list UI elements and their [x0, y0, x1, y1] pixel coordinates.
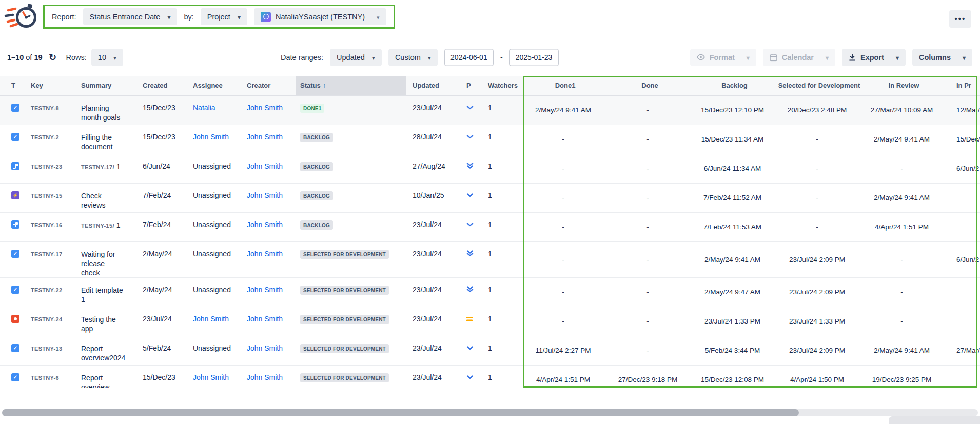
format-button[interactable]: Format: [690, 49, 756, 66]
creator-link[interactable]: John Smith: [247, 315, 283, 323]
more-menu-button[interactable]: [949, 10, 971, 28]
eye-icon: [697, 54, 705, 60]
in-progress-date: [946, 365, 980, 388]
priority-low-icon: [466, 346, 474, 351]
col-header-type[interactable]: T: [0, 76, 27, 95]
done-date: -: [607, 336, 692, 365]
status-badge: BACKLOG: [300, 191, 333, 200]
report-select[interactable]: Status Entrance Date: [83, 8, 178, 25]
priority-lowest-icon: [466, 286, 474, 292]
col-header-status[interactable]: Status: [296, 76, 406, 95]
in-review-date: 2/May/24 9:41 AM: [861, 336, 946, 365]
updated-date: 23/Jul/24: [406, 95, 460, 125]
created-date: 15/Dec/23: [140, 125, 191, 154]
done-date: -: [607, 95, 692, 125]
creator-link[interactable]: John Smith: [247, 133, 283, 141]
col-header-creator[interactable]: Creator: [245, 76, 296, 95]
col-header-updated[interactable]: Updated: [406, 76, 460, 95]
issue-key: TESTNY-13: [31, 346, 62, 352]
col-header-watchers[interactable]: Watchers: [482, 76, 523, 95]
col-header-key[interactable]: Key: [27, 76, 78, 95]
creator-link[interactable]: John Smith: [247, 104, 283, 112]
rows-per-page-select[interactable]: 10: [91, 49, 123, 66]
assignee-link[interactable]: John Smith: [193, 373, 229, 381]
chevron-down-icon: [167, 13, 170, 21]
refresh-icon[interactable]: [47, 52, 58, 63]
date-mode-select[interactable]: Custom: [388, 49, 438, 66]
creator-link[interactable]: John Smith: [247, 344, 283, 352]
table-row[interactable]: TESTNY-13 Report overview2024 5/Feb/24 U…: [0, 336, 980, 365]
priority-lowest-icon: [466, 163, 474, 169]
chevron-down-icon: [826, 53, 829, 62]
col-header-done[interactable]: Done: [607, 76, 692, 95]
date-to-input[interactable]: [509, 49, 559, 66]
columns-button[interactable]: Columns: [912, 49, 972, 66]
col-header-assignee[interactable]: Assignee: [191, 76, 245, 95]
chevron-down-icon: [963, 53, 966, 62]
horizontal-scrollbar-thumb[interactable]: [2, 409, 799, 416]
created-date: 15/Dec/23: [140, 365, 191, 388]
table-row[interactable]: TESTNY-23 TESTNY-17/1 6/Jun/24 Unassigne…: [0, 154, 980, 183]
created-date: 15/Dec/23: [140, 95, 191, 125]
assignee-link[interactable]: John Smith: [193, 315, 229, 323]
table-row[interactable]: TESTNY-15 Check reviews 7/Feb/24 Unassig…: [0, 183, 980, 212]
issue-summary: Filling the document: [81, 133, 112, 151]
selected-for-development-date: 23/Jul/24 1:33 PM: [777, 307, 861, 336]
assignee-link[interactable]: Natalia: [193, 104, 215, 112]
updated-date: 28/Jul/24: [406, 125, 460, 154]
toolbar: 1–10 of 19 Rows: 10 Date ranges: Updated…: [0, 38, 980, 76]
table-row[interactable]: TESTNY-22 Edit template 1 2/May/24 Unass…: [0, 277, 980, 307]
calendar-button[interactable]: Calendar: [763, 49, 835, 66]
col-header-priority[interactable]: P: [460, 76, 482, 95]
creator-link[interactable]: John Smith: [247, 220, 283, 229]
creator-link[interactable]: John Smith: [247, 373, 283, 381]
date-from-input[interactable]: [444, 49, 494, 66]
table-row[interactable]: TESTNY-8 Planning month goals 15/Dec/23 …: [0, 95, 980, 125]
col-header-created[interactable]: Created: [140, 76, 191, 95]
col-header-summary[interactable]: Summary: [78, 76, 140, 95]
done1-date: -: [523, 277, 607, 307]
created-date: 5/Feb/24: [140, 336, 191, 365]
assignee: Unassigned: [193, 191, 231, 199]
watchers-count: 1: [482, 95, 523, 125]
table-row[interactable]: TESTNY-16 TESTNY-15/1 7/Feb/24 Unassigne…: [0, 212, 980, 241]
creator-link[interactable]: John Smith: [247, 250, 283, 258]
selected-for-development-date: -: [777, 212, 861, 241]
app-logo: [4, 3, 40, 32]
table-row[interactable]: TESTNY-6 Report overview 15/Dec/23 John …: [0, 365, 980, 388]
col-header-in-progress[interactable]: In Pr: [946, 76, 980, 95]
project-select[interactable]: NataliaYSaasjet (TESTNY): [254, 8, 386, 25]
export-button[interactable]: Export: [842, 49, 906, 66]
assignee-link[interactable]: John Smith: [193, 133, 229, 141]
done1-date: -: [523, 307, 607, 336]
watchers-count: 1: [482, 365, 523, 388]
table-header-row: T Key Summary Created Assignee Creator S…: [0, 76, 980, 95]
date-field-select[interactable]: Updated: [330, 49, 382, 66]
selected-for-development-date: 23/Jul/24 2:09 PM: [777, 277, 861, 307]
creator-link[interactable]: John Smith: [247, 162, 283, 170]
in-progress-date: 27/Mar/2: [946, 336, 980, 365]
status-badge: SELECTED FOR DEVELOPMENT: [300, 250, 389, 259]
table-row[interactable]: TESTNY-24 Testing the app 23/Jul/24 John…: [0, 307, 980, 336]
col-header-backlog[interactable]: Backlog: [692, 76, 777, 95]
status-badge: DONE1: [300, 104, 324, 113]
col-header-in-review[interactable]: In Review: [861, 76, 946, 95]
creator-link[interactable]: John Smith: [247, 191, 283, 199]
creator-link[interactable]: John Smith: [247, 286, 283, 294]
table-row[interactable]: TESTNY-17 Waiting for release check 2/Ma…: [0, 241, 980, 277]
horizontal-scrollbar-track[interactable]: [2, 409, 978, 416]
priority-lowest-icon: [466, 250, 474, 256]
updated-date: 23/Jul/24: [406, 277, 460, 307]
group-by-select[interactable]: Project: [201, 8, 247, 25]
col-header-selected-for-development[interactable]: Selected for Development: [777, 76, 861, 95]
done-date: -: [607, 277, 692, 307]
priority-medium-icon: [466, 317, 473, 321]
issue-key: TESTNY-16: [31, 222, 62, 228]
col-header-done1[interactable]: Done1: [523, 76, 607, 95]
in-review-date: 27/Mar/24 10:09 AM: [861, 95, 946, 125]
backlog-date: 2/May/24 9:47 AM: [692, 277, 777, 307]
pagination-range: 1–10: [7, 53, 24, 62]
table-row[interactable]: TESTNY-2 Filling the document 15/Dec/23 …: [0, 125, 980, 154]
status-badge: BACKLOG: [300, 220, 333, 230]
status-badge: SELECTED FOR DEVELOPMENT: [300, 373, 389, 382]
